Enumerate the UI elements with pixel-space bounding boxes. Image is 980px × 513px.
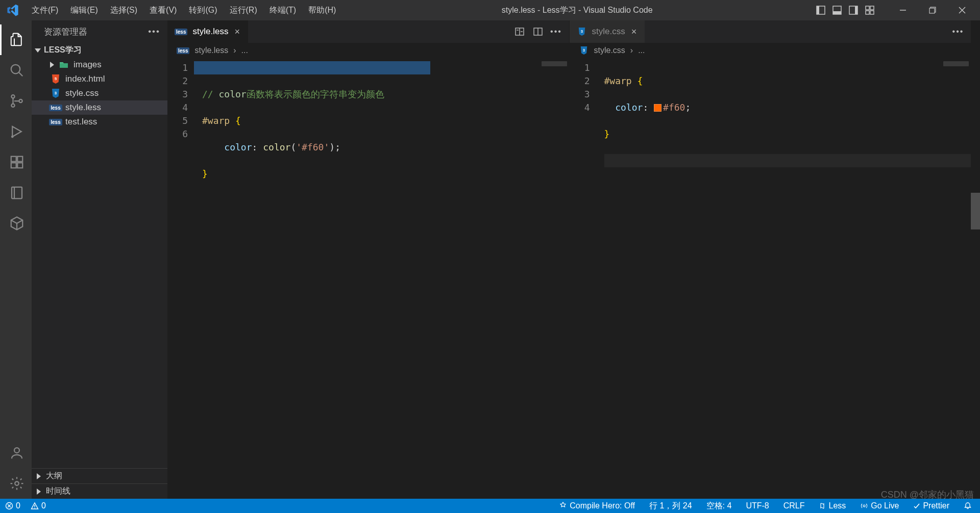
menu-run[interactable]: 运行(R) [224,0,263,20]
close-icon[interactable]: × [630,27,638,37]
code-area-left[interactable]: 1 2 3 4 5 6 // color函数将表示颜色的字符串变为颜色 #war… [167,58,569,499]
status-indent[interactable]: 空格: 4 [703,501,735,511]
menu-view[interactable]: 查看(V) [143,0,183,20]
tab-label: style.less [192,27,228,37]
code-content-right[interactable]: #warp { color: #f60; } [596,58,971,499]
tab-style-less[interactable]: less style.less × [167,20,249,43]
status-line-column[interactable]: 行 1，列 24 [646,501,695,511]
activity-extensions-icon[interactable] [0,147,32,177]
sidebar-title: 资源管理器 [44,26,87,38]
timeline-label: 时间线 [46,486,70,497]
file-test-less[interactable]: less test.less [32,115,167,129]
status-go-live[interactable]: Go Live [857,501,902,510]
split-editor-icon[interactable] [532,26,544,37]
explorer-sidebar: 资源管理器 ••• LESS学习 images 5 index.html 3 [32,20,167,499]
activity-source-control-icon[interactable] [0,86,32,116]
minimap[interactable] [943,61,969,66]
menu-select[interactable]: 选择(S) [104,0,143,20]
tab-label: style.css [592,27,625,37]
project-root[interactable]: LESS学习 [32,43,167,58]
file-style-css[interactable]: 3 style.css [32,86,167,100]
scrollbar-vertical[interactable] [971,20,980,499]
svg-point-18 [11,104,14,107]
less-file-icon: less [50,102,61,113]
scrollbar-thumb[interactable] [971,193,980,229]
toggle-secondary-sidebar-icon[interactable] [848,5,859,16]
svg-rect-7 [870,6,874,10]
folder-images[interactable]: images [32,58,167,72]
window-restore-icon[interactable] [918,0,947,20]
compare-changes-icon[interactable] [514,26,525,37]
close-icon[interactable]: × [233,27,241,37]
tree-item-label: style.css [65,88,99,98]
menu-goto[interactable]: 转到(G) [183,0,223,20]
menu-terminal[interactable]: 终端(T) [263,0,302,20]
line-number-gutter: 1 2 3 4 5 6 [167,58,194,499]
minimap[interactable] [542,61,567,66]
svg-rect-22 [17,157,22,162]
toggle-panel-icon[interactable] [831,5,843,16]
outline-section[interactable]: 大纲 [32,468,167,483]
file-index-html[interactable]: 5 index.html [32,72,167,86]
sidebar-more-icon[interactable]: ••• [148,27,160,37]
breadcrumb-tail: ... [241,46,248,55]
status-prettier[interactable]: Prettier [910,501,952,510]
breadcrumbs-right[interactable]: 3 style.css › ... [570,43,971,58]
code-content-left[interactable]: // color函数将表示颜色的字符串变为颜色 #warp { color: c… [194,58,569,499]
svg-text:3: 3 [55,91,57,95]
status-notifications-icon[interactable] [961,502,975,510]
chevron-right-icon [37,489,41,495]
customize-layout-icon[interactable] [864,5,875,16]
line-number-gutter: 1 2 3 4 [570,58,596,499]
file-style-less[interactable]: less style.less [32,100,167,115]
svg-rect-9 [870,11,874,14]
menu-help[interactable]: 帮助(H) [302,0,342,20]
color-swatch[interactable] [654,104,662,112]
menu-edit[interactable]: 编辑(E) [64,0,104,20]
activity-run-debug-icon[interactable] [0,116,32,147]
editor-group: less style.less × ••• less style.less › [167,20,971,499]
tree-item-label: index.html [65,74,105,84]
svg-rect-24 [17,163,22,168]
window-close-icon[interactable] [947,0,977,20]
more-actions-icon[interactable]: ••• [952,26,964,37]
svg-rect-8 [866,11,869,14]
svg-rect-1 [817,6,819,14]
status-language[interactable]: Less [816,501,849,510]
status-eol[interactable]: CRLF [780,501,808,510]
status-warnings[interactable]: 0 [28,501,49,510]
file-tree: images 5 index.html 3 style.css less sty… [32,58,167,468]
status-errors-count: 0 [16,501,20,510]
activity-explorer-icon[interactable] [0,24,32,55]
activity-book-icon[interactable] [0,177,32,208]
breadcrumb-tail: ... [638,46,645,55]
editor-left: less style.less × ••• less style.less › [167,20,569,499]
window-minimize-icon[interactable] [888,0,918,20]
activity-search-icon[interactable] [0,55,32,86]
activity-account-icon[interactable] [0,438,32,468]
chevron-right-icon: › [233,46,236,55]
menu-file[interactable]: 文件(F) [26,0,64,20]
activity-settings-icon[interactable] [0,468,32,499]
less-file-icon: less [50,116,61,127]
status-bar: 0 0 Compile Hero: Off 行 1，列 24 空格: 4 UTF… [0,499,980,513]
tree-item-label: images [74,60,102,70]
code-area-right[interactable]: 1 2 3 4 #warp { color: #f60; } [570,58,971,499]
toggle-primary-sidebar-icon[interactable] [815,5,826,16]
status-compile-hero[interactable]: Compile Hero: Off [556,501,638,510]
less-file-icon: less [175,29,187,35]
tab-style-css[interactable]: 3 style.css × [570,20,646,43]
status-encoding[interactable]: UTF-8 [743,501,772,510]
breadcrumb-file: style.less [194,46,228,55]
vscode-logo [0,4,26,17]
timeline-section[interactable]: 时间线 [32,483,167,499]
svg-point-19 [19,99,22,102]
activity-cube-icon[interactable] [0,208,32,239]
window-title: style.less - Less学习 - Visual Studio Code [342,5,812,16]
tab-bar-right: 3 style.css × ••• [570,20,971,43]
status-errors[interactable]: 0 [2,501,23,510]
breadcrumb-file: style.css [594,46,625,55]
more-actions-icon[interactable]: ••• [551,26,562,37]
less-file-icon: less [177,47,189,54]
breadcrumbs-left[interactable]: less style.less › ... [167,43,569,58]
